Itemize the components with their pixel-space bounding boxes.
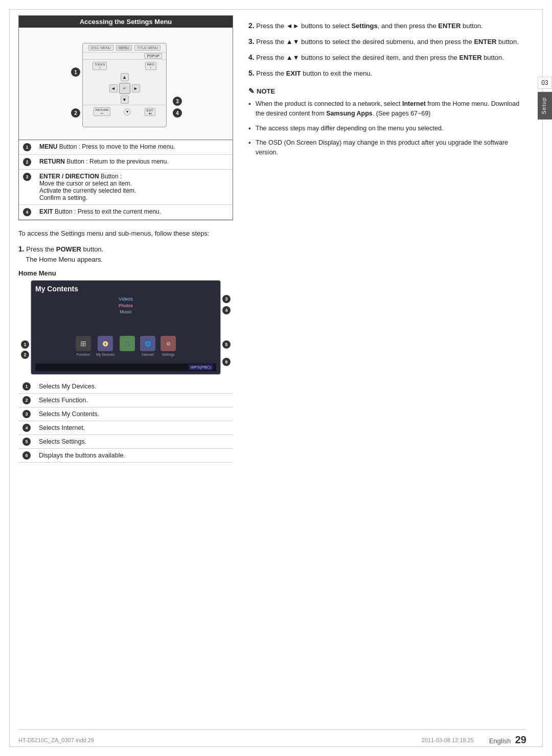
home-menu-items-table: 1 Selects My Devices. 2 Selects Function… bbox=[18, 380, 233, 463]
home-menu-container: My Contents Videos Photos Music ⊞ Functi… bbox=[18, 280, 233, 375]
step-3: 3. Press the ▲▼ buttons to select the de… bbox=[248, 36, 526, 47]
step-1: 1. Press the POWER button. The Home Menu… bbox=[18, 244, 233, 265]
home-badge-3: 3 bbox=[222, 295, 231, 303]
home-item-desc-1: Selects My Devices. bbox=[35, 380, 233, 394]
home-menu-label: Home Menu bbox=[18, 269, 233, 277]
btn-desc-3: ENTER / DIRECTION Button : Move the curs… bbox=[35, 170, 233, 205]
home-item-badge-2: 2 bbox=[22, 396, 31, 404]
home-item-2: 2 Selects Function. bbox=[18, 394, 233, 407]
remote-label-1: 1 bbox=[71, 67, 80, 77]
home-item-badge-1: 1 bbox=[22, 382, 31, 391]
home-item-desc-2: Selects Function. bbox=[35, 394, 233, 407]
remote-tools-btn: TOOLS□ bbox=[93, 62, 107, 70]
right-column: 2. Press the ◄► buttons to select Settin… bbox=[248, 15, 526, 730]
remote-disc-menu-btn: DISC MENU bbox=[88, 45, 113, 51]
note-section: ✎ NOTE When the product is connected to … bbox=[248, 87, 526, 157]
page-number: English 29 bbox=[489, 734, 526, 746]
home-icon-mydevices: 📀 My Devices bbox=[96, 336, 114, 356]
right-steps: 2. Press the ◄► buttons to select Settin… bbox=[248, 20, 526, 79]
footer-right: 2011-03-08 12:18:25 bbox=[422, 737, 474, 743]
home-badge-1: 1 bbox=[21, 340, 29, 349]
btn-desc-row-4: 4 EXIT Button : Press to exit the curren… bbox=[19, 205, 233, 220]
home-badge-4: 4 bbox=[222, 306, 231, 314]
remote-down-btn: ▼ bbox=[124, 108, 131, 116]
note-pencil-icon: ✎ bbox=[248, 87, 255, 95]
home-item-4: 4 Selects Internet. bbox=[18, 421, 233, 435]
dpad-right: ► bbox=[132, 84, 140, 93]
home-badge-6: 6 bbox=[222, 358, 231, 366]
home-item-desc-6: Displays the buttons available. bbox=[35, 449, 233, 463]
dpad-up: ▲ bbox=[121, 73, 129, 81]
note-title: ✎ NOTE bbox=[248, 87, 526, 95]
home-item-badge-6: 6 bbox=[22, 451, 31, 460]
note-item-2: The access steps may differ depending on… bbox=[248, 124, 526, 133]
remote-bottom-row: RETURN↩ ▼ EXIT◄| bbox=[83, 105, 166, 118]
badge-1: 1 bbox=[23, 143, 31, 151]
footer-left: HT-D5210C_ZA_0307.indd 29 bbox=[18, 737, 94, 743]
note-list: When the product is connected to a netwo… bbox=[248, 99, 526, 157]
settings-menu-section: Accessing the Settings Menu DISC MENU ME… bbox=[18, 15, 233, 220]
step-2: 2. Press the ◄► buttons to select Settin… bbox=[248, 20, 526, 31]
home-icon-content: 🎵 bbox=[120, 336, 135, 356]
remote-tools-row: TOOLS□ INFOi bbox=[83, 60, 166, 72]
remote-label-3: 3 bbox=[173, 97, 182, 106]
btn-desc-2: RETURN Button : Return to the previous m… bbox=[35, 155, 233, 170]
home-icon-internet: 🌐 Internet bbox=[140, 336, 155, 356]
dpad-enter: ↵ bbox=[119, 83, 130, 94]
home-menu-items-row: ⊞ Function 📀 My Devices 🎵 🌐 Internet bbox=[31, 336, 220, 356]
btn-desc-row-2: 2 RETURN Button : Return to the previous… bbox=[19, 155, 233, 170]
settings-icon: ⚙ bbox=[160, 336, 176, 351]
home-menu-bottom-bar: WPS(PBC) bbox=[35, 363, 216, 371]
remote-row-top: DISC MENU MENU TITLE MENU bbox=[83, 43, 166, 53]
home-item-6: 6 Displays the buttons available. bbox=[18, 449, 233, 463]
remote-exit-btn: EXIT◄| bbox=[145, 108, 155, 116]
home-item-5: 5 Selects Settings. bbox=[18, 435, 233, 449]
home-menu-top-labels: Videos Photos Music bbox=[31, 296, 220, 315]
function-icon: ⊞ bbox=[76, 336, 91, 351]
btn-desc-4: EXIT Button : Press to exit the current … bbox=[35, 205, 233, 220]
home-menu-title: My Contents bbox=[35, 285, 216, 293]
settings-menu-title: Accessing the Settings Menu bbox=[19, 16, 233, 28]
home-item-badge-5: 5 bbox=[22, 438, 31, 446]
home-item-badge-4: 4 bbox=[22, 424, 31, 432]
dpad-down: ▼ bbox=[121, 96, 129, 104]
btn-desc-1: MENU Button : Press to move to the Home … bbox=[35, 140, 233, 155]
home-item-1: 1 Selects My Devices. bbox=[18, 380, 233, 394]
remote-title-menu-btn: TITLE MENU bbox=[134, 45, 161, 51]
home-badge-2: 2 bbox=[21, 351, 29, 359]
remote-body: DISC MENU MENU TITLE MENU POPUP TOOLS□ bbox=[82, 43, 167, 127]
remote-label-2: 2 bbox=[71, 108, 80, 118]
footer-right-group: 2011-03-08 12:18:25 English 29 bbox=[422, 734, 526, 746]
badge-2: 2 bbox=[23, 158, 31, 166]
btn-desc-row-1: 1 MENU Button : Press to move to the Hom… bbox=[19, 140, 233, 155]
badge-3: 3 bbox=[23, 173, 31, 181]
home-badge-5: 5 bbox=[222, 340, 231, 349]
home-icon-function: ⊞ Function bbox=[76, 336, 91, 356]
mydevices-icon: 📀 bbox=[98, 336, 113, 351]
badge-4: 4 bbox=[23, 208, 31, 216]
btn-desc-row-3: 3 ENTER / DIRECTION Button : Move the cu… bbox=[19, 170, 233, 205]
button-descriptions-table: 1 MENU Button : Press to move to the Hom… bbox=[19, 140, 233, 220]
internet-icon: 🌐 bbox=[140, 336, 155, 351]
remote-label-4: 4 bbox=[173, 108, 182, 118]
remote-image-area: DISC MENU MENU TITLE MENU POPUP TOOLS□ bbox=[19, 28, 233, 140]
note-item-1: When the product is connected to a netwo… bbox=[248, 99, 526, 119]
left-column: Accessing the Settings Menu DISC MENU ME… bbox=[18, 15, 233, 730]
intro-text: To access the Settings menu and sub-menu… bbox=[18, 228, 233, 239]
content-icon: 🎵 bbox=[120, 336, 135, 351]
remote-popup-btn: POPUP bbox=[144, 53, 162, 59]
home-icon-settings: ⚙ Settings bbox=[160, 336, 176, 356]
step-5: 5. Press the EXIT button to exit the men… bbox=[248, 68, 526, 79]
remote-info-btn: INFOi bbox=[145, 62, 156, 70]
remote-return-btn: RETURN↩ bbox=[94, 107, 110, 116]
dpad-left: ◄ bbox=[109, 84, 118, 93]
page-footer: HT-D5210C_ZA_0307.indd 29 2011-03-08 12:… bbox=[18, 729, 526, 746]
side-tab-number: 03 bbox=[538, 77, 552, 89]
home-item-desc-4: Selects Internet. bbox=[35, 421, 233, 435]
remote-dpad: ▲ ▼ ◄ ► ↵ bbox=[109, 73, 140, 104]
home-item-3: 3 Selects My Contents. bbox=[18, 407, 233, 421]
main-content: Accessing the Settings Menu DISC MENU ME… bbox=[18, 15, 526, 730]
remote-menu-btn: MENU bbox=[116, 45, 132, 51]
home-item-badge-3: 3 bbox=[22, 410, 31, 418]
note-item-3: The OSD (On Screen Display) may change i… bbox=[248, 138, 526, 157]
